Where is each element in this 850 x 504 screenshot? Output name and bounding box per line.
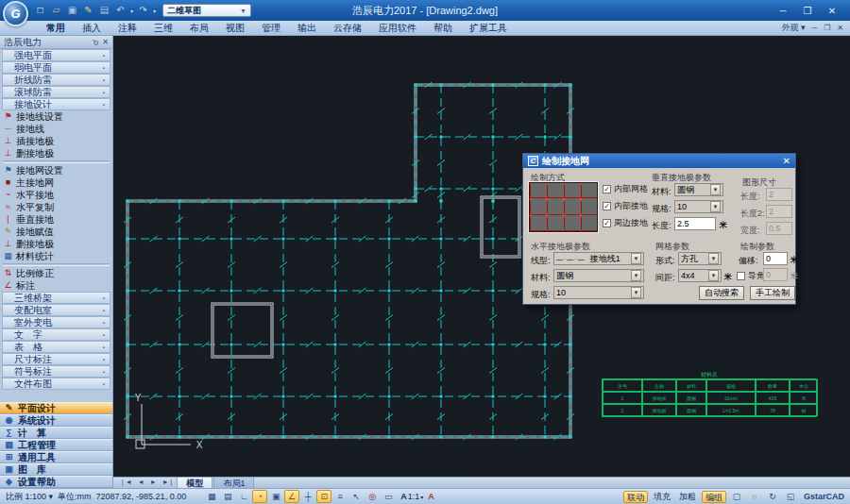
- sidebar-tool-dimension[interactable]: ∠标注: [0, 279, 112, 292]
- sidebar-group-top-4[interactable]: 滚球防雷▪: [2, 86, 110, 98]
- offset-input[interactable]: 0: [763, 252, 788, 265]
- chevron-down-icon[interactable]: ▾: [153, 8, 156, 14]
- tab-nav-3[interactable]: ►: [147, 477, 160, 488]
- sidebar-group-bottom-7[interactable]: 符号标注▪: [2, 365, 110, 378]
- vert-length-input[interactable]: 2.5: [674, 217, 716, 230]
- layout-tab-2[interactable]: 布局1: [213, 477, 254, 488]
- crosshair-icon[interactable]: ┼: [300, 490, 315, 503]
- sidebar-tool-ground-wire[interactable]: ─接地线: [0, 123, 112, 135]
- new-file-icon[interactable]: □: [33, 3, 47, 18]
- sidebar-group-bottom-1[interactable]: 三维桥架▪: [2, 292, 110, 304]
- redo-icon[interactable]: ↷: [136, 3, 150, 18]
- dyn-icon[interactable]: ⊡: [316, 490, 332, 503]
- toggle-3[interactable]: 加粗: [676, 491, 699, 503]
- menu-tab-3[interactable]: 注释: [110, 21, 145, 36]
- restore-button[interactable]: ❐: [795, 6, 820, 16]
- sidebar-group-bottom-8[interactable]: 文件布图▪: [2, 378, 110, 390]
- pin-icon[interactable]: ⚲: [91, 37, 101, 47]
- category-system-design[interactable]: ◉系统设计: [0, 414, 112, 427]
- linetype-select[interactable]: —·—·— 接地线1 ▼: [553, 252, 644, 265]
- workspace-dropdown[interactable]: 二维草图 ▼: [162, 4, 251, 17]
- sidebar-tool-insert-electrode[interactable]: ⊥插接地极: [0, 135, 112, 147]
- horiz-spec-select[interactable]: 10▼: [553, 286, 644, 299]
- manual-draw-button[interactable]: 手工绘制: [750, 286, 795, 300]
- menu-tab-9[interactable]: 云存储: [325, 21, 370, 36]
- close-button[interactable]: ✕: [820, 6, 844, 16]
- menu-tab-10[interactable]: 应用软件: [370, 21, 425, 36]
- sidebar-group-top-2[interactable]: 弱电平面▪: [2, 61, 110, 74]
- dialog-title-bar[interactable]: C 绘制接地网 ✕: [523, 154, 795, 168]
- sidebar-tool-ground-wire-settings[interactable]: ⚑接地线设置: [0, 110, 112, 123]
- zoom-icon[interactable]: ◎: [365, 490, 380, 503]
- menu-tab-2[interactable]: 插入: [74, 21, 110, 36]
- toggle-1[interactable]: 联动: [623, 491, 648, 503]
- checkbox-inner-ground[interactable]: ✓ 内部接地: [603, 200, 648, 212]
- save-icon[interactable]: ▣: [65, 3, 79, 18]
- toggle-2[interactable]: 填充: [651, 491, 673, 503]
- sidebar-group-bottom-4[interactable]: 文 字▪: [2, 328, 110, 341]
- auto-search-button[interactable]: 自动搜索: [699, 286, 744, 300]
- layout-tab-1[interactable]: 模型: [177, 477, 212, 488]
- sidebar-tool-delete-electrode[interactable]: ⊥删接地极: [0, 238, 112, 250]
- sidebar-tool-delete-electrode[interactable]: ⊥删接地极: [0, 147, 112, 160]
- sidebar-group-bottom-6[interactable]: 尺寸标注▪: [2, 353, 110, 365]
- chevron-down-icon[interactable]: ▾: [130, 8, 133, 14]
- sidebar-group-bottom-3[interactable]: 室外变电▪: [2, 316, 110, 328]
- category-plan-design[interactable]: ✎平面设计: [0, 402, 112, 414]
- spacing-select[interactable]: 4x4▼: [678, 269, 722, 282]
- open-file-icon[interactable]: ▱: [49, 3, 63, 18]
- select-icon[interactable]: ↖: [348, 490, 364, 503]
- appearance-dropdown[interactable]: 外观 ▾: [781, 22, 805, 34]
- sidebar-tool-vertical-ground[interactable]: |垂直接地: [0, 213, 112, 226]
- menu-tab-12[interactable]: 扩展工具: [461, 21, 516, 36]
- undo-icon[interactable]: ↶: [113, 3, 128, 18]
- doc-close-button[interactable]: ✕: [837, 24, 843, 32]
- ortho-icon[interactable]: ∟: [236, 490, 251, 503]
- annotation-auto-icon[interactable]: A: [428, 492, 434, 501]
- fullscreen-icon[interactable]: ◱: [783, 490, 798, 503]
- sidebar-tool-ground-assign[interactable]: ✎接地赋值: [0, 226, 112, 238]
- plot-style-icon[interactable]: ✎: [81, 3, 95, 18]
- palette-close-icon[interactable]: ✕: [102, 38, 109, 46]
- snap-icon[interactable]: ▦: [204, 490, 219, 503]
- toggle-4[interactable]: 编组: [702, 491, 726, 503]
- scale-control[interactable]: 比例 1:100 ▾: [6, 491, 53, 503]
- form-select[interactable]: 方孔▼: [678, 252, 722, 265]
- annotation-icon[interactable]: ▭: [381, 490, 396, 503]
- sidebar-group-bottom-5[interactable]: 表 格▪: [2, 341, 110, 353]
- app-logo-icon[interactable]: G: [3, 1, 28, 26]
- lineweight-icon[interactable]: ≡: [332, 490, 348, 503]
- otrack-icon[interactable]: ∠: [284, 490, 299, 503]
- sidebar-tool-main-ground-grid[interactable]: ■主接地网: [0, 176, 112, 189]
- sidebar-group-top-5[interactable]: 接地设计▪: [2, 98, 110, 110]
- doc-minimize-button[interactable]: ─: [811, 24, 817, 32]
- bulb-icon[interactable]: ☼: [747, 490, 762, 503]
- tab-nav-4[interactable]: ►❘: [160, 477, 178, 488]
- dialog-close-icon[interactable]: ✕: [783, 156, 790, 166]
- horiz-material-select[interactable]: 圆钢▼: [553, 269, 644, 282]
- menu-tab-11[interactable]: 帮助: [425, 21, 461, 36]
- sidebar-tool-ground-grid-settings[interactable]: ⚑接地网设置: [0, 164, 112, 176]
- checkbox-perimeter-ground[interactable]: ✓ 周边接地: [603, 217, 648, 229]
- tab-nav-1[interactable]: ❘◄: [117, 477, 135, 488]
- grid-icon[interactable]: ▤: [220, 490, 235, 503]
- sidebar-group-bottom-2[interactable]: 变配电室▪: [2, 304, 110, 316]
- vert-spec-select[interactable]: 10▼: [674, 200, 723, 213]
- sync-icon[interactable]: ↻: [765, 490, 780, 503]
- sidebar-tool-horizontal-ground[interactable]: ~水平接地: [0, 189, 112, 201]
- category-calc[interactable]: ∑计 算: [0, 427, 112, 439]
- category-settings-help[interactable]: ◈设置帮助: [0, 476, 112, 488]
- sidebar-group-top-3[interactable]: 折线防雷▪: [2, 74, 110, 86]
- sidebar-group-top-1[interactable]: 强电平面▪: [2, 49, 110, 61]
- category-common-tools[interactable]: ⊞通用工具: [0, 451, 112, 463]
- sidebar-tool-horizontal-copy[interactable]: ≈水平复制: [0, 201, 112, 213]
- menu-tab-8[interactable]: 输出: [289, 21, 325, 36]
- minimize-button[interactable]: ─: [771, 6, 795, 16]
- category-library[interactable]: ▣图 库: [0, 463, 112, 476]
- print-icon[interactable]: ▤: [97, 3, 111, 18]
- vert-material-select[interactable]: 圆钢▼: [674, 183, 723, 196]
- menu-tab-5[interactable]: 布局: [181, 21, 217, 36]
- menu-tab-7[interactable]: 管理: [253, 21, 289, 36]
- annotation-scale-control[interactable]: A1:1▾: [400, 492, 423, 501]
- osnap-icon[interactable]: ▣: [268, 490, 283, 503]
